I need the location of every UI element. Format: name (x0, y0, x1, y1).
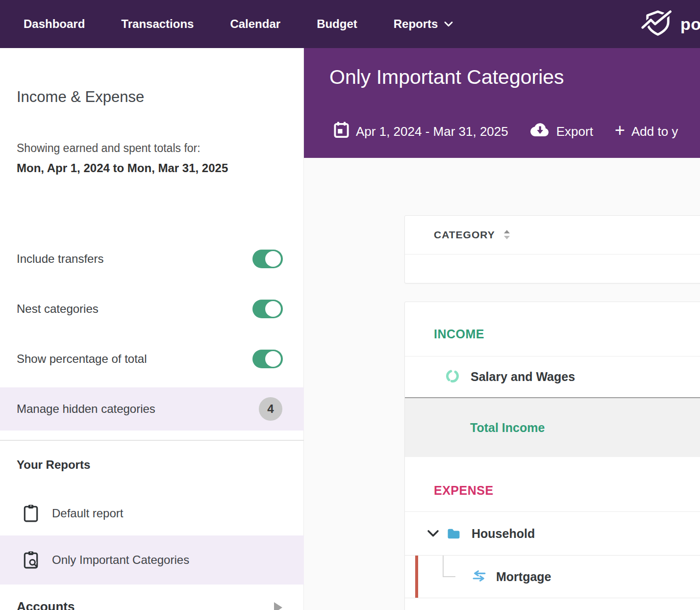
date-range-picker[interactable]: Apr 1, 2024 - Mar 31, 2025 (333, 121, 508, 143)
toggle-label: Nest categories (17, 302, 99, 316)
toggle-row-nest-categories: Nest categories (17, 299, 283, 319)
sidebar-item-default-report[interactable]: Default report (0, 497, 304, 530)
nest-categories-toggle[interactable] (252, 300, 283, 318)
top-nav: Dashboard Transactions Calendar Budget R… (0, 0, 700, 48)
export-label: Export (556, 124, 593, 139)
manage-hidden-label: Manage hidden categories (17, 402, 259, 416)
category-row-household[interactable]: Household (405, 512, 700, 555)
report-header: Only Important Categories Apr 1, 2024 - … (304, 48, 700, 158)
income-section-label: INCOME (434, 327, 484, 341)
nav-item-transactions[interactable]: Transactions (121, 17, 194, 31)
category-row-mortgage-inner[interactable]: Mortgage (472, 556, 551, 598)
brand-text: poc (680, 15, 700, 34)
sidebar-divider (0, 440, 304, 441)
expand-arrow-icon (274, 602, 282, 610)
toggle-label: Include transfers (17, 252, 103, 266)
report-title: Only Important Categories (329, 66, 564, 89)
pocketsmith-logo-icon (641, 9, 675, 39)
transfer-icon (472, 570, 486, 584)
toggle-label: Show percentage of total (17, 352, 147, 366)
show-percentage-toggle[interactable] (252, 350, 283, 368)
accounts-label: Accounts (17, 599, 75, 610)
export-button[interactable]: Export (530, 122, 593, 141)
toggle-row-include-transfers: Include transfers (17, 249, 283, 269)
clipboard-icon (23, 504, 39, 523)
category-row-mortgage: Mortgage (405, 555, 700, 598)
income-section-header: INCOME (405, 302, 700, 356)
clipboard-search-icon (23, 551, 39, 569)
toggle-knob (265, 351, 281, 367)
sort-icon (503, 229, 510, 240)
sidebar-title: Income & Expense (17, 88, 144, 106)
category-row-salary-and-wages[interactable]: Salary and Wages (405, 356, 700, 398)
plus-icon: + (615, 122, 625, 139)
add-to-dashboard-button[interactable]: + Add to y (615, 123, 678, 140)
include-transfers-toggle[interactable] (252, 250, 283, 268)
nav-item-calendar[interactable]: Calendar (230, 17, 280, 31)
hidden-count-badge: 4 (259, 397, 282, 421)
manage-hidden-categories-row[interactable]: Manage hidden categories 4 (0, 387, 304, 431)
sidebar-subtitle: Showing earned and spent totals for: (17, 142, 200, 155)
cloud-download-icon (530, 122, 550, 141)
your-reports-heading: Your Reports (17, 458, 90, 472)
category-header-label: CATEGORY (434, 229, 495, 241)
category-row-label: Salary and Wages (471, 370, 575, 384)
toggle-knob (265, 251, 281, 267)
chevron-down-icon (444, 21, 453, 27)
sidebar-item-only-important-categories[interactable]: Only Important Categories (0, 535, 304, 585)
report-settings-sidebar: Income & Expense Showing earned and spen… (0, 48, 304, 610)
expense-section-label: EXPENSE (434, 483, 494, 498)
category-row-label: Household (472, 527, 535, 541)
category-table-card: INCOME Salary and Wages Total Income EXP… (404, 302, 700, 610)
collapse-chevron-icon[interactable] (427, 529, 439, 538)
total-income-row: Total Income (405, 398, 700, 457)
calendar-icon (333, 121, 350, 143)
add-label: Add to y (631, 124, 678, 139)
report-content: CATEGORY INCOME Salary and Wages Total I… (304, 158, 700, 610)
report-item-label: Only Important Categories (52, 553, 189, 567)
expense-section-header: EXPENSE (405, 457, 700, 512)
toggle-knob (265, 301, 281, 317)
report-item-label: Default report (52, 507, 123, 520)
date-range-label: Apr 1, 2024 - Mar 31, 2025 (356, 124, 508, 139)
category-donut-icon (446, 369, 459, 385)
total-income-label: Total Income (470, 421, 545, 435)
folder-icon (447, 528, 460, 539)
nav-item-budget[interactable]: Budget (317, 17, 357, 31)
nav-item-dashboard[interactable]: Dashboard (24, 17, 85, 31)
tree-connector (443, 556, 455, 577)
sidebar-section-accounts[interactable]: Accounts (0, 596, 304, 610)
toggle-row-show-percentage: Show percentage of total (17, 349, 283, 369)
sidebar-date-range: Mon, Apr 1, 2024 to Mon, Mar 31, 2025 (17, 161, 228, 175)
category-row-label: Mortgage (496, 570, 551, 584)
category-column-header[interactable]: CATEGORY (405, 216, 700, 254)
table-header-card: CATEGORY (404, 215, 700, 283)
nav-item-reports[interactable]: Reports (394, 17, 454, 31)
brand-logo[interactable]: poc (641, 0, 700, 48)
category-color-bar (415, 556, 418, 598)
